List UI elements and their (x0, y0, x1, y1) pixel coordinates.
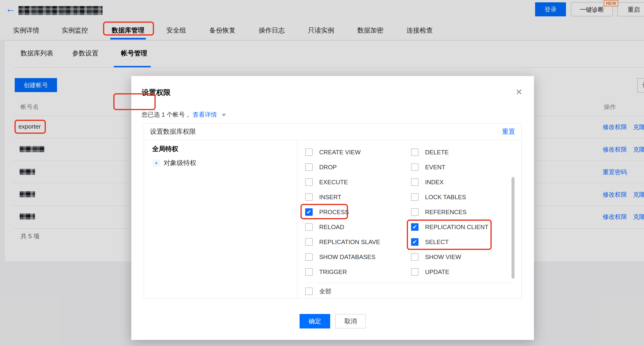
checkbox-label: PROCESS (319, 209, 349, 216)
checkbox-update[interactable] (411, 268, 418, 276)
checkbox-index[interactable] (411, 178, 418, 186)
privilege-item-references: REFERENCES (411, 208, 521, 216)
checkbox-label: REPLICATION CLIENT (425, 223, 488, 231)
chevron-down-icon[interactable] (222, 114, 226, 116)
privilege-item-lock-tables: LOCK TABLES (411, 193, 521, 201)
privilege-item-show-view: SHOW VIEW (411, 253, 521, 261)
set-permissions-modal: 设置权限 ✕ 您已选 1 个帐号， 查看详情 设置数据库权限 重置 全局特权 +… (131, 76, 534, 340)
checkbox-全部[interactable] (305, 287, 313, 295)
checkbox-lock-tables[interactable] (411, 193, 418, 201)
privilege-row: ✔PROCESSREFERENCES (297, 205, 521, 219)
database-permission-panel: 设置数据库权限 重置 全局特权 + 对象级特权 CREATE VIEWDELET… (144, 123, 522, 299)
checkbox-show-view[interactable] (411, 253, 418, 261)
privilege-item-replication-slave: REPLICATION SLAVE (305, 238, 411, 246)
object-privilege-label: 对象级特权 (164, 159, 196, 167)
object-privilege-node[interactable]: + 对象级特权 (153, 159, 196, 167)
privilege-item-trigger: TRIGGER (305, 268, 411, 276)
checkbox-insert[interactable] (305, 193, 313, 201)
checkbox-label: REFERENCES (425, 209, 467, 216)
privilege-row: RELOAD✔REPLICATION CLIENT (297, 219, 521, 234)
checkbox-reload[interactable] (305, 223, 313, 231)
selected-account-line: 您已选 1 个帐号， 查看详情 (142, 111, 226, 119)
close-icon[interactable]: ✕ (516, 87, 522, 97)
checkbox-execute[interactable] (305, 178, 313, 186)
privilege-item-replication-client: ✔REPLICATION CLIENT (411, 223, 521, 231)
checkbox-create-view[interactable] (305, 148, 313, 156)
checkbox-label: INSERT (319, 194, 342, 201)
panel-title: 设置数据库权限 (150, 123, 196, 140)
checkbox-label: LOCK TABLES (425, 194, 466, 201)
checkbox-replication-slave[interactable] (305, 238, 313, 246)
checkbox-label: SHOW VIEW (425, 253, 461, 261)
checkbox-select[interactable]: ✔ (411, 238, 418, 246)
privilege-row: TRIGGERUPDATE (297, 264, 521, 279)
privilege-item-create-view: CREATE VIEW (305, 148, 411, 156)
privilege-item-insert: INSERT (305, 193, 411, 201)
checkbox-label: INDEX (425, 179, 444, 186)
checkbox-label: 全部 (319, 287, 331, 295)
privilege-item-reload: RELOAD (305, 223, 411, 231)
privilege-item-全部: 全部 (305, 287, 331, 295)
privilege-row: REPLICATION SLAVE✔SELECT (297, 234, 521, 249)
privilege-item-drop: DROP (305, 163, 411, 171)
checkbox-delete[interactable] (411, 148, 418, 156)
privilege-item-delete: DELETE (411, 148, 521, 156)
privilege-row: INSERTLOCK TABLES (297, 190, 521, 205)
modal-title: 设置权限 (142, 88, 170, 98)
expand-plus-icon[interactable]: + (153, 160, 159, 166)
checkbox-trigger[interactable] (305, 268, 313, 276)
privilege-item-process: ✔PROCESS (305, 208, 411, 216)
checkbox-event[interactable] (411, 163, 418, 171)
checkbox-label: EXECUTE (319, 179, 348, 186)
selected-prefix-text: 您已选 1 个帐号， (142, 111, 191, 118)
checkbox-label: RELOAD (319, 223, 344, 231)
privilege-row: EXECUTEINDEX (297, 175, 521, 190)
privilege-checkbox-pane: CREATE VIEWDELETEDROPEVENTEXECUTEINDEXIN… (297, 140, 521, 298)
checkbox-drop[interactable] (305, 163, 313, 171)
checkbox-show-databases[interactable] (305, 253, 313, 261)
checkbox-references[interactable] (411, 208, 418, 216)
checkbox-label: DELETE (425, 149, 449, 156)
checkbox-process[interactable]: ✔ (305, 208, 313, 216)
reset-link[interactable]: 重置 (502, 123, 515, 140)
checkbox-label: CREATE VIEW (319, 149, 360, 156)
privilege-row: CREATE VIEWDELETE (297, 145, 521, 160)
privilege-item-index: INDEX (411, 178, 521, 186)
select-all-checkbox[interactable]: 全部 (305, 287, 331, 296)
checkbox-label: EVENT (425, 164, 446, 171)
checkbox-label: SHOW DATABASES (319, 253, 375, 261)
checkbox-replication-client[interactable]: ✔ (411, 223, 418, 231)
scrollbar-thumb[interactable] (512, 177, 514, 279)
checkbox-label: SELECT (425, 238, 449, 246)
view-detail-link[interactable]: 查看详情 (192, 111, 217, 118)
privilege-item-update: UPDATE (411, 268, 521, 276)
privilege-tree-pane: 全局特权 + 对象级特权 (144, 140, 297, 298)
checkbox-label: UPDATE (425, 268, 449, 276)
cancel-button[interactable]: 取消 (335, 314, 366, 328)
privilege-item-execute: EXECUTE (305, 178, 411, 186)
checkbox-label: TRIGGER (319, 268, 347, 276)
checkbox-label: DROP (319, 164, 337, 171)
privilege-row: DROPEVENT (297, 160, 521, 175)
ok-button[interactable]: 确定 (300, 314, 330, 328)
privilege-item-event: EVENT (411, 163, 521, 171)
privilege-row: SHOW DATABASESSHOW VIEW (297, 249, 521, 264)
privilege-item-show-databases: SHOW DATABASES (305, 253, 411, 261)
global-privilege-label: 全局特权 (152, 144, 178, 153)
checkbox-label: REPLICATION SLAVE (319, 238, 380, 246)
select-all-divider (305, 283, 515, 283)
privilege-item-select: ✔SELECT (411, 238, 521, 246)
